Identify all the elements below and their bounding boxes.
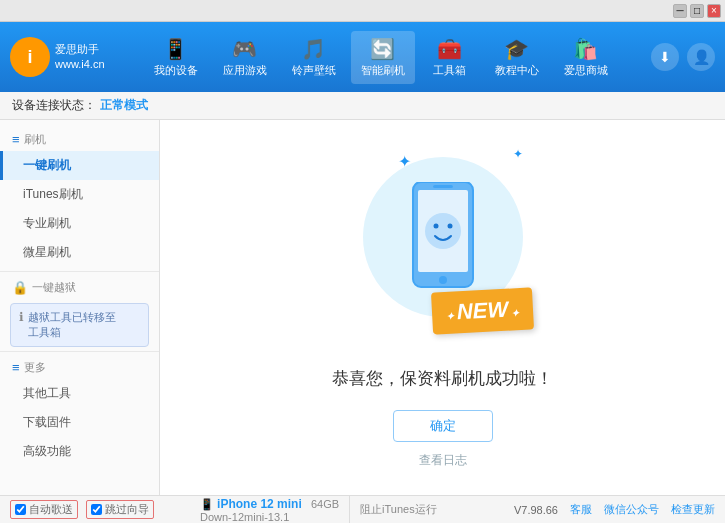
nav-item-ringtones[interactable]: 🎵铃声壁纸 bbox=[282, 31, 346, 84]
header: i 爱思助手 www.i4.cn 📱我的设备🎮应用游戏🎵铃声壁纸🔄智能刷机🧰工具… bbox=[0, 22, 725, 92]
status-value: 正常模式 bbox=[100, 97, 148, 114]
support-link[interactable]: 客服 bbox=[570, 502, 592, 517]
minimize-button[interactable]: ─ bbox=[673, 4, 687, 18]
skip-wizard-label: 跳过向导 bbox=[105, 502, 149, 517]
auto-send-checkbox-input[interactable] bbox=[15, 504, 26, 515]
bottom-left: 自动歌送 跳过向导 bbox=[10, 500, 190, 519]
sidebar-jailbreak-note: ℹ 越狱工具已转移至工具箱 bbox=[10, 303, 149, 347]
sidebar-group-flash: ≡ 刷机 bbox=[0, 128, 159, 151]
sidebar-jailbreak-note-text: 越狱工具已转移至工具箱 bbox=[28, 310, 116, 340]
skip-wizard-checkbox[interactable]: 跳过向导 bbox=[86, 500, 154, 519]
device-model: Down-12mini-13.1 bbox=[200, 511, 289, 523]
success-message: 恭喜您，保资料刷机成功啦！ bbox=[332, 367, 553, 390]
nav-item-apps-games[interactable]: 🎮应用游戏 bbox=[213, 31, 277, 84]
logo-icon: i bbox=[10, 37, 50, 77]
nav-label-smart-flash: 智能刷机 bbox=[361, 63, 405, 78]
nav-icon-my-device: 📱 bbox=[163, 37, 188, 61]
sidebar-item-other-tools[interactable]: 其他工具 bbox=[0, 379, 159, 408]
nav-label-my-device: 我的设备 bbox=[154, 63, 198, 78]
nav-label-store: 爱思商城 bbox=[564, 63, 608, 78]
sidebar-group-jailbreak-label: 一键越狱 bbox=[32, 280, 76, 295]
nav-icon-store: 🛍️ bbox=[573, 37, 598, 61]
confirm-button[interactable]: 确定 bbox=[393, 410, 493, 442]
sidebar-divider-1 bbox=[0, 271, 159, 272]
flash-group-icon: ≡ bbox=[12, 132, 20, 147]
itunes-note: 阻止iTunes运行 bbox=[350, 502, 437, 517]
success-illustration: ✦ ✦ NEW bbox=[343, 147, 543, 347]
wechat-link[interactable]: 微信公众号 bbox=[604, 502, 659, 517]
header-right: ⬇ 👤 bbox=[651, 43, 715, 71]
nav-item-store[interactable]: 🛍️爱思商城 bbox=[554, 31, 618, 84]
main-layout: ≡ 刷机 一键刷机 iTunes刷机 专业刷机 微星刷机 🔒 一键越狱 ℹ 越狱… bbox=[0, 120, 725, 495]
nav-icon-smart-flash: 🔄 bbox=[370, 37, 395, 61]
skip-wizard-checkbox-input[interactable] bbox=[91, 504, 102, 515]
svg-rect-5 bbox=[433, 185, 453, 188]
user-button[interactable]: 👤 bbox=[687, 43, 715, 71]
sidebar-group-flash-label: 刷机 bbox=[24, 132, 46, 147]
auto-send-label: 自动歌送 bbox=[29, 502, 73, 517]
nav-icon-tutorials: 🎓 bbox=[504, 37, 529, 61]
sidebar-item-onekey[interactable]: 一键刷机 bbox=[0, 151, 159, 180]
sidebar-item-itunes[interactable]: iTunes刷机 bbox=[0, 180, 159, 209]
note-icon: ℹ bbox=[19, 310, 24, 324]
content-area: ✦ ✦ NEW 恭喜您，保资料刷机成功啦！ 确定 查看日志 bbox=[160, 120, 725, 495]
nav-label-apps-games: 应用游戏 bbox=[223, 63, 267, 78]
svg-text:i: i bbox=[27, 47, 32, 67]
sidebar-item-pro[interactable]: 专业刷机 bbox=[0, 209, 159, 238]
version-info: V7.98.66 bbox=[514, 504, 558, 516]
sidebar-group-more: ≡ 更多 bbox=[0, 356, 159, 379]
sidebar-group-more-label: 更多 bbox=[24, 360, 46, 375]
nav-item-smart-flash[interactable]: 🔄智能刷机 bbox=[351, 31, 415, 84]
maximize-button[interactable]: □ bbox=[690, 4, 704, 18]
sidebar-item-advanced[interactable]: 高级功能 bbox=[0, 437, 159, 466]
title-bar: ─ □ × bbox=[0, 0, 725, 22]
device-info: 📱 iPhone 12 mini 64GB Down-12mini-13.1 bbox=[190, 495, 350, 524]
view-log-link[interactable]: 查看日志 bbox=[419, 452, 467, 469]
logo-subtitle: www.i4.cn bbox=[55, 57, 105, 72]
sidebar-item-download-firmware[interactable]: 下载固件 bbox=[0, 408, 159, 437]
close-button[interactable]: × bbox=[707, 4, 721, 18]
nav-item-tutorials[interactable]: 🎓教程中心 bbox=[485, 31, 549, 84]
svg-point-8 bbox=[447, 223, 452, 228]
sparkle-icon-tl: ✦ bbox=[398, 152, 411, 171]
device-icon: 📱 bbox=[200, 498, 217, 510]
sidebar-item-micro[interactable]: 微星刷机 bbox=[0, 238, 159, 267]
svg-point-4 bbox=[439, 276, 447, 284]
phone-svg bbox=[408, 182, 478, 292]
nav-label-tutorials: 教程中心 bbox=[495, 63, 539, 78]
svg-point-7 bbox=[433, 223, 438, 228]
nav-label-ringtones: 铃声壁纸 bbox=[292, 63, 336, 78]
lock-icon: 🔒 bbox=[12, 280, 28, 295]
status-label: 设备连接状态： bbox=[12, 97, 96, 114]
sidebar-group-jailbreak: 🔒 一键越狱 bbox=[0, 276, 159, 299]
bottom-right: V7.98.66 客服 微信公众号 检查更新 bbox=[514, 502, 715, 517]
nav-bar: 📱我的设备🎮应用游戏🎵铃声壁纸🔄智能刷机🧰工具箱🎓教程中心🛍️爱思商城 bbox=[110, 31, 651, 84]
download-button[interactable]: ⬇ bbox=[651, 43, 679, 71]
nav-icon-apps-games: 🎮 bbox=[232, 37, 257, 61]
status-bar: 设备连接状态： 正常模式 bbox=[0, 92, 725, 120]
device-storage: 64GB bbox=[311, 498, 339, 510]
nav-icon-ringtones: 🎵 bbox=[301, 37, 326, 61]
nav-label-toolbox: 工具箱 bbox=[433, 63, 466, 78]
logo-area: i 爱思助手 www.i4.cn bbox=[10, 37, 110, 77]
svg-point-6 bbox=[425, 213, 461, 249]
update-link[interactable]: 检查更新 bbox=[671, 502, 715, 517]
more-group-icon: ≡ bbox=[12, 360, 20, 375]
new-badge: NEW bbox=[431, 287, 534, 334]
logo-title: 爱思助手 bbox=[55, 42, 105, 57]
nav-icon-toolbox: 🧰 bbox=[437, 37, 462, 61]
sparkle-icon-tr: ✦ bbox=[513, 147, 523, 161]
auto-send-checkbox[interactable]: 自动歌送 bbox=[10, 500, 78, 519]
nav-item-toolbox[interactable]: 🧰工具箱 bbox=[420, 31, 480, 84]
itunes-note-text: 阻止iTunes运行 bbox=[360, 502, 437, 517]
nav-item-my-device[interactable]: 📱我的设备 bbox=[144, 31, 208, 84]
bottom-bar: 自动歌送 跳过向导 📱 iPhone 12 mini 64GB Down-12m… bbox=[0, 495, 725, 523]
sidebar: ≡ 刷机 一键刷机 iTunes刷机 专业刷机 微星刷机 🔒 一键越狱 ℹ 越狱… bbox=[0, 120, 160, 495]
device-name: iPhone 12 mini bbox=[217, 497, 302, 511]
sidebar-divider-2 bbox=[0, 351, 159, 352]
